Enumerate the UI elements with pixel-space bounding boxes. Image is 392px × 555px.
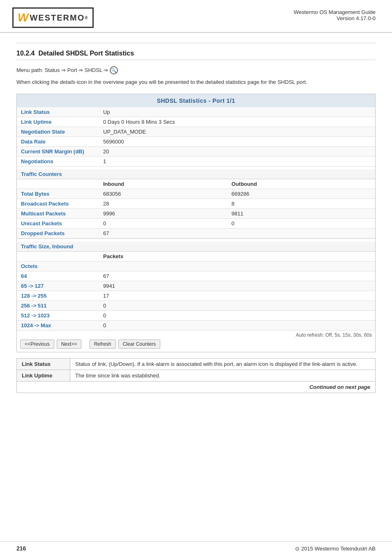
refresh-30s[interactable]: 30s xyxy=(353,332,361,338)
size-packets: 9941 xyxy=(99,281,375,291)
logo: W WESTERMO® xyxy=(12,7,94,28)
link-info-row: Current SNR Margin (dB)20 xyxy=(17,146,375,156)
size-packets: 17 xyxy=(99,291,375,301)
traffic-label: Broadcast Packets xyxy=(17,199,99,208)
size-label: 64 xyxy=(17,271,99,281)
link-value: UP_DATA_MODE xyxy=(99,127,375,136)
traffic-outbound: 0 xyxy=(227,218,375,228)
size-packets: 67 xyxy=(99,271,375,281)
desc-after: -icon in the overview page you will be p… xyxy=(75,79,307,85)
continued-row: Continued on next page xyxy=(17,381,376,393)
size-section-header: Traffic Size, Inbound xyxy=(17,242,375,252)
size-label: 128 -> 255 xyxy=(17,291,99,301)
link-info-row: Link Uptime0 Days 0 Hours 8 Mins 3 Secs xyxy=(17,117,375,127)
logo-area: W WESTERMO® xyxy=(12,7,94,28)
traffic-outbound: 9811 xyxy=(227,208,375,218)
previous-button[interactable]: <<Previous xyxy=(20,340,54,349)
refresh-15s[interactable]: 15s xyxy=(343,332,350,338)
size-row: 512 -> 10230 xyxy=(17,310,375,320)
col-inbound: Inbound xyxy=(99,179,227,189)
link-label: Current SNR Margin (dB) xyxy=(17,146,99,156)
size-label: 512 -> 1023 xyxy=(17,310,99,320)
traffic-label: Unicast Packets xyxy=(17,218,99,228)
traffic-label: Multicast Packets xyxy=(17,208,99,218)
logo-w-letter: W xyxy=(18,11,29,24)
size-row: 6467 xyxy=(17,271,375,281)
page-footer: 216 ⊙ 2015 Westermo Teleindustri AB xyxy=(0,541,392,555)
link-value: 5696000 xyxy=(99,136,375,146)
traffic-outbound: 669286 xyxy=(227,189,375,199)
desc-value: Status of link, (Up/Down). If a link-ala… xyxy=(70,358,376,370)
guide-title-line1: Westermo OS Management Guide xyxy=(294,9,376,15)
desc-before: When clicking the xyxy=(16,79,60,85)
size-label: 65 -> 127 xyxy=(17,281,99,291)
link-label: Link Uptime xyxy=(17,117,99,127)
stats-container: SHDSL Statistics - Port 1/1 Link StatusU… xyxy=(16,94,376,352)
search-icon[interactable]: 🔍 xyxy=(110,66,118,74)
link-info-row: Link StatusUp xyxy=(17,107,375,117)
logo-text: WESTERMO xyxy=(30,13,85,23)
traffic-row: Total Bytes683056669286 xyxy=(17,189,375,199)
footer-copyright: ⊙ 2015 Westermo Teleindustri AB xyxy=(295,546,376,552)
size-packets: 0 xyxy=(99,320,375,330)
footer-page-number: 216 xyxy=(16,545,26,552)
size-packets xyxy=(99,261,375,271)
size-label: 256 -> 511 xyxy=(17,301,99,310)
desc-label: Link Status xyxy=(17,358,70,370)
size-label: 1024 -> Max xyxy=(17,320,99,330)
section-heading: 10.2.4 Detailed SHDSL Port Statistics xyxy=(16,50,376,60)
description-table: Link StatusStatus of link, (Up/Down). If… xyxy=(16,358,376,393)
desc-value: The time since link was established. xyxy=(70,370,376,381)
traffic-outbound: 8 xyxy=(227,199,375,208)
traffic-row: Multicast Packets99969811 xyxy=(17,208,375,218)
page-header: W WESTERMO® Westermo OS Management Guide… xyxy=(0,0,392,33)
next-button[interactable]: Next>> xyxy=(57,340,82,349)
main-content: 10.2.4 Detailed SHDSL Port Statistics Me… xyxy=(0,33,392,401)
refresh-60s[interactable]: 60s xyxy=(364,332,372,338)
link-info-row: Data Rate5696000 xyxy=(17,136,375,146)
section-number: 10.2.4 xyxy=(16,50,35,57)
link-info-table: Link StatusUpLink Uptime0 Days 0 Hours 8… xyxy=(17,107,375,166)
refresh-5s[interactable]: 5s xyxy=(334,332,340,338)
menu-path: Menu path: Status ⇒ Port ⇒ SHDSL ⇒ 🔍 xyxy=(16,66,376,74)
continued-text: Continued on next page xyxy=(17,381,376,393)
menu-path-text: Menu path: Status ⇒ Port ⇒ SHDSL ⇒ xyxy=(16,67,108,73)
traffic-counters-table: Traffic CountersInboundOutboundTotal Byt… xyxy=(17,169,375,238)
traffic-row: Dropped Packets67 xyxy=(17,228,375,238)
traffic-row: Unicast Packets00 xyxy=(17,218,375,228)
size-row: 128 -> 25517 xyxy=(17,291,375,301)
desc-row: Link StatusStatus of link, (Up/Down). If… xyxy=(17,358,376,370)
traffic-label: Dropped Packets xyxy=(17,228,99,238)
traffic-inbound: 67 xyxy=(99,228,227,238)
traffic-label: Total Bytes xyxy=(17,189,99,199)
traffic-inbound: 28 xyxy=(99,199,227,208)
col-outbound: Outbound xyxy=(227,179,375,189)
link-value: 0 Days 0 Hours 8 Mins 3 Secs xyxy=(99,117,375,127)
link-label: Negotiations xyxy=(17,156,99,166)
traffic-size-table: Traffic Size, InboundPacketsOctets646765… xyxy=(17,242,375,331)
description-paragraph: When clicking the details-icon in the ov… xyxy=(16,78,376,86)
size-packets: 0 xyxy=(99,310,375,320)
link-label: Data Rate xyxy=(17,136,99,146)
link-value: 1 xyxy=(99,156,375,166)
refresh-button[interactable]: Refresh xyxy=(90,340,116,349)
size-row: 1024 -> Max0 xyxy=(17,320,375,330)
traffic-outbound xyxy=(227,228,375,238)
link-info-row: Negotiation StateUP_DATA_MODE xyxy=(17,127,375,136)
clear-counters-button[interactable]: Clear Counters xyxy=(118,340,161,349)
link-info-row: Negotiations1 xyxy=(17,156,375,166)
link-value: Up xyxy=(99,107,375,117)
size-row: 256 -> 5110 xyxy=(17,301,375,310)
header-title: Westermo OS Management Guide Version 4.1… xyxy=(294,7,376,21)
traffic-section-label: Traffic Counters xyxy=(17,169,375,179)
size-packets: 0 xyxy=(99,301,375,310)
size-label: Octets xyxy=(17,261,99,271)
desc-italic: details xyxy=(60,79,76,85)
traffic-col-header: InboundOutbound xyxy=(17,179,375,189)
traffic-section-header: Traffic Counters xyxy=(17,169,375,179)
col-packets: Packets xyxy=(99,251,375,261)
size-col-header: Packets xyxy=(17,251,375,261)
link-label: Link Status xyxy=(17,107,99,117)
size-row: 65 -> 1279941 xyxy=(17,281,375,291)
auto-refresh-label: Auto refresh: Off, 5s, 15s, 30s, 60s xyxy=(20,332,372,338)
